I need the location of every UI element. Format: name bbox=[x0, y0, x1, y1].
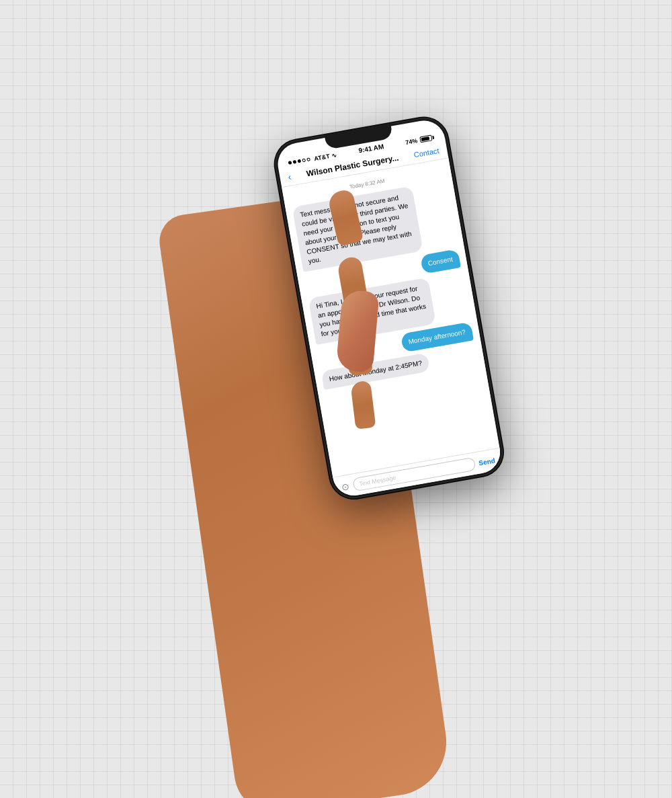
dot1 bbox=[288, 161, 292, 165]
battery-fill bbox=[421, 136, 429, 141]
battery-percent: 74% bbox=[405, 136, 417, 145]
battery-body bbox=[419, 134, 432, 143]
sent-bubble-1: Consent bbox=[420, 249, 461, 274]
dot3 bbox=[297, 159, 301, 163]
send-button[interactable]: Send bbox=[478, 456, 495, 466]
wifi-icon: ∿ bbox=[331, 151, 338, 158]
contact-button[interactable]: Contact bbox=[413, 146, 439, 158]
dot4 bbox=[302, 158, 306, 162]
dot5 bbox=[306, 157, 310, 161]
back-button[interactable]: ‹ bbox=[287, 171, 292, 182]
dot2 bbox=[293, 159, 297, 163]
carrier-label: AT&T bbox=[314, 152, 331, 161]
status-right: 74% bbox=[405, 134, 434, 145]
battery-tip bbox=[432, 135, 434, 138]
battery-indicator bbox=[419, 134, 434, 143]
time-display: 9:41 AM bbox=[358, 143, 384, 154]
camera-icon[interactable]: ⊙ bbox=[341, 480, 351, 493]
chevron-left-icon: ‹ bbox=[287, 171, 292, 182]
signal-dots bbox=[288, 157, 310, 165]
received-bubble-3: How about Monday at 2:45PM? bbox=[321, 352, 431, 389]
